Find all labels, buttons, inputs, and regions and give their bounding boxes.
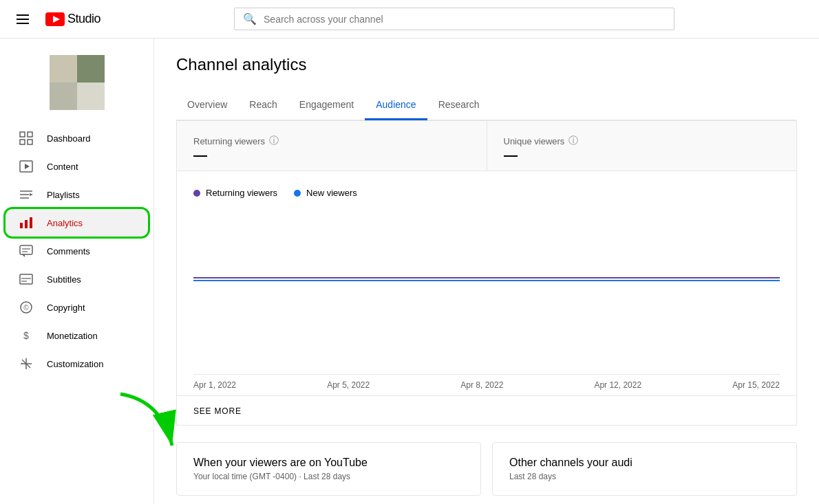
tab-audience[interactable]: Audience bbox=[365, 91, 427, 120]
playlists-icon bbox=[19, 188, 33, 201]
header-left: Studio bbox=[11, 9, 100, 30]
legend-new: New viewers bbox=[294, 188, 357, 198]
other-channels-subtitle: Last 28 days bbox=[509, 472, 780, 481]
content-label: Content bbox=[47, 162, 78, 172]
sidebar-item-copyright[interactable]: © Copyright bbox=[6, 294, 148, 321]
date-label-1: Apr 1, 2022 bbox=[193, 380, 236, 390]
analytics-icon bbox=[19, 216, 33, 230]
viewers-online-card: When your viewers are on YouTube Your lo… bbox=[176, 442, 481, 496]
sidebar-item-monetization[interactable]: $ Monetization bbox=[6, 322, 148, 349]
dashboard-label: Dashboard bbox=[47, 133, 91, 144]
chart-area bbox=[193, 209, 780, 305]
svg-rect-5 bbox=[28, 140, 32, 144]
legend-returning: Returning viewers bbox=[193, 188, 277, 198]
svg-marker-7 bbox=[25, 164, 30, 169]
chart-x-axis: Apr 1, 2022 Apr 5, 2022 Apr 8, 2022 Apr … bbox=[193, 374, 780, 395]
search-bar[interactable]: 🔍 bbox=[234, 8, 674, 30]
copyright-label: Copyright bbox=[47, 303, 85, 313]
date-label-2: Apr 5, 2022 bbox=[327, 380, 370, 390]
svg-text:$: $ bbox=[23, 330, 29, 341]
date-label-3: Apr 8, 2022 bbox=[460, 380, 503, 390]
youtube-icon bbox=[45, 12, 65, 26]
sidebar: Dashboard Content Playlists Analytics Co… bbox=[0, 39, 154, 504]
returning-viewers-label: Returning viewers ⓘ bbox=[193, 135, 470, 147]
comments-label: Comments bbox=[47, 246, 90, 256]
avatar-section bbox=[0, 47, 153, 124]
unique-viewers-value bbox=[504, 155, 518, 157]
avatar-q2 bbox=[77, 55, 105, 83]
date-label-4: Apr 12, 2022 bbox=[594, 380, 641, 390]
sidebar-item-analytics[interactable]: Analytics bbox=[6, 209, 148, 237]
tab-engagement[interactable]: Engagement bbox=[288, 91, 365, 120]
tab-reach[interactable]: Reach bbox=[238, 91, 288, 120]
sidebar-item-comments[interactable]: Comments bbox=[6, 237, 148, 265]
playlists-label: Playlists bbox=[47, 190, 80, 200]
tab-overview[interactable]: Overview bbox=[176, 91, 238, 120]
stat-unique-viewers: Unique viewers ⓘ bbox=[487, 121, 797, 171]
header: Studio 🔍 bbox=[0, 0, 819, 39]
copyright-icon: © bbox=[19, 300, 33, 314]
svg-rect-19 bbox=[20, 274, 32, 284]
sidebar-item-subtitles[interactable]: Subtitles bbox=[6, 265, 148, 293]
bottom-cards: When your viewers are on YouTube Your lo… bbox=[176, 442, 797, 496]
chart-legend: Returning viewers New viewers bbox=[193, 182, 780, 209]
svg-rect-12 bbox=[20, 223, 23, 228]
monetization-label: Monetization bbox=[47, 331, 98, 341]
analytics-label: Analytics bbox=[47, 218, 83, 228]
other-channels-card: Other channels your audi Last 28 days bbox=[492, 442, 797, 496]
svg-rect-14 bbox=[30, 217, 32, 228]
returning-viewers-value bbox=[193, 155, 207, 157]
chart-section: Returning viewers New viewers Apr 1, 202… bbox=[176, 171, 797, 396]
subtitles-icon bbox=[19, 272, 33, 286]
tab-research[interactable]: Research bbox=[427, 91, 491, 120]
sidebar-item-customization[interactable]: Customization bbox=[6, 350, 148, 377]
svg-rect-3 bbox=[28, 132, 32, 137]
svg-rect-13 bbox=[25, 220, 28, 228]
customization-label: Customization bbox=[47, 359, 103, 369]
unique-viewers-label: Unique viewers ⓘ bbox=[504, 135, 780, 147]
stat-returning-viewers: Returning viewers ⓘ bbox=[177, 121, 487, 171]
content-area: Channel analytics Overview Reach Engagem… bbox=[154, 39, 819, 504]
avatar bbox=[50, 55, 105, 110]
page-title: Channel analytics bbox=[176, 55, 797, 74]
monetization-icon: $ bbox=[19, 329, 33, 342]
analytics-tabs: Overview Reach Engagement Audience Resea… bbox=[176, 91, 797, 120]
avatar-q1 bbox=[50, 55, 77, 83]
date-label-5: Apr 15, 2022 bbox=[732, 380, 780, 390]
search-input[interactable] bbox=[264, 14, 666, 25]
see-more-row: SEE MORE bbox=[176, 396, 797, 426]
svg-text:©: © bbox=[23, 304, 29, 311]
menu-button[interactable] bbox=[11, 9, 34, 30]
viewers-online-title: When your viewers are on YouTube bbox=[193, 457, 464, 469]
svg-rect-4 bbox=[20, 140, 25, 144]
svg-marker-11 bbox=[30, 193, 33, 196]
svg-rect-15 bbox=[20, 245, 32, 254]
dashboard-icon bbox=[19, 131, 33, 145]
viewers-online-subtitle: Your local time (GMT -0400) · Last 28 da… bbox=[193, 472, 464, 481]
logo[interactable]: Studio bbox=[45, 12, 100, 26]
sidebar-item-dashboard[interactable]: Dashboard bbox=[6, 124, 148, 152]
main-content: Channel analytics Overview Reach Engagem… bbox=[154, 39, 819, 504]
avatar-q4 bbox=[77, 83, 105, 110]
see-more-button[interactable]: SEE MORE bbox=[193, 406, 242, 416]
subtitles-label: Subtitles bbox=[47, 274, 81, 285]
returning-viewers-info-icon[interactable]: ⓘ bbox=[269, 135, 279, 147]
sidebar-item-content[interactable]: Content bbox=[6, 153, 148, 180]
logo-text: Studio bbox=[67, 12, 100, 26]
comments-icon bbox=[19, 244, 33, 258]
avatar-q3 bbox=[50, 83, 77, 110]
unique-viewers-info-icon[interactable]: ⓘ bbox=[568, 135, 578, 147]
content-icon bbox=[19, 160, 33, 173]
stats-row: Returning viewers ⓘ Unique viewers ⓘ bbox=[176, 120, 797, 171]
legend-dot-new bbox=[294, 190, 301, 197]
search-icon: 🔍 bbox=[243, 12, 257, 25]
sidebar-item-playlists[interactable]: Playlists bbox=[6, 181, 148, 208]
customization-icon bbox=[19, 357, 33, 371]
svg-rect-2 bbox=[20, 132, 25, 137]
legend-dot-returning bbox=[193, 190, 200, 197]
other-channels-title: Other channels your audi bbox=[509, 457, 780, 469]
chart-svg bbox=[193, 209, 780, 305]
